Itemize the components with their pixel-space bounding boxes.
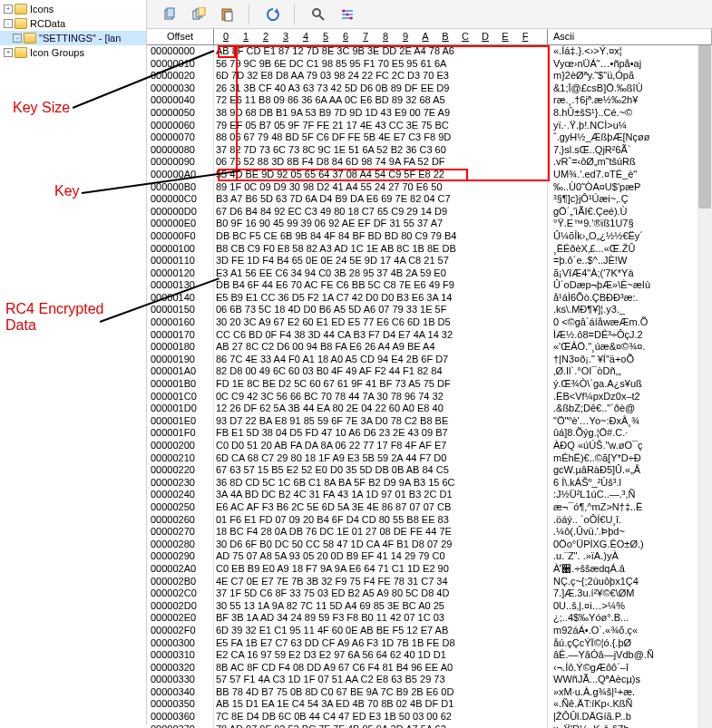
hex-row[interactable]: 000002F06D 39 32 E1 C1 95 11 4F 60 0E AB… xyxy=(147,625,711,637)
tree-toggle-icon[interactable]: - xyxy=(4,19,13,28)
hex-row[interactable]: 00000310E2 CA 16 97 59 E2 D3 E2 97 6A 56… xyxy=(147,649,711,662)
hex-row[interactable]: 000002A0C0 EB B9 E0 A9 18 F7 9A 9A E6 64… xyxy=(147,563,711,576)
scrollbar[interactable] xyxy=(697,45,712,728)
offset-cell: 00000240 xyxy=(147,489,214,501)
hex-row[interactable]: 00000180AB 27 8C C2 D6 00 94 B8 FA E6 26… xyxy=(147,341,711,354)
hex-row[interactable]: 000002D030 55 13 1A 9A 82 7C 11 5D A4 69… xyxy=(147,600,711,613)
hex-row[interactable]: 0000026001 F6 E1 FD 07 09 20 B4 6F D4 CD… xyxy=(147,514,711,527)
hex-row[interactable]: 00000350AB 15 D1 EA 1E C4 54 3A ED 4B 70… xyxy=(147,698,711,711)
ascii-cell: =þ.ô´e..$^..JÈ!W xyxy=(548,255,711,267)
offset-cell: 00000080 xyxy=(147,144,214,157)
offset-cell: 00000210 xyxy=(147,452,214,465)
offset-cell: 00000220 xyxy=(147,464,214,477)
ascii-cell: «'ŒÂÖ."¸úæ&¤©¾¤. xyxy=(548,341,711,354)
hex-row[interactable]: 00000120E3 A1 56 EE C6 34 94 C0 3B 28 95… xyxy=(147,267,711,280)
hex-row[interactable]: 00000170CC C6 BD 0F F4 38 3D 44 CA B3 F7… xyxy=(147,329,711,342)
hex-row[interactable]: 0000009006 76 52 88 3D 8B F4 D8 84 6D 98… xyxy=(147,156,711,169)
hex-row[interactable]: 000001E093 D7 22 BA E8 91 85 59 6F 7E 3A… xyxy=(147,415,711,428)
hex-row[interactable]: 0000006079 EF 05 B7 05 9F 7F FE 21 17 4E… xyxy=(147,120,711,132)
hex-cell: 38 9D 68 DB B1 9A 53 B9 7D 9D 1D 43 E9 0… xyxy=(214,107,548,120)
hex-row[interactable]: 00000250E6 AC AF F3 B6 2C 5E 6D 5A 3E 4E… xyxy=(147,501,711,514)
hex-row[interactable]: 000001F0FB E1 5D 38 04 D5 FD 47 10 A6 D6… xyxy=(147,427,711,440)
hex-row[interactable]: 00000140E5 B9 E1 CC 36 D5 F2 1A C7 42 D0… xyxy=(147,292,711,305)
hex-row[interactable]: 0000015006 6B 73 5C 18 4D D0 B6 A5 5D A6… xyxy=(147,304,711,316)
hex-row[interactable]: 0000005038 9D 68 DB B1 9A 53 B9 7D 9D 1D… xyxy=(147,107,711,120)
svg-point-14 xyxy=(350,16,353,19)
hex-row[interactable]: 000000C0B3 A7 B6 5D 63 7D 6A D4 B9 DA E6… xyxy=(147,193,711,206)
hex-row[interactable]: 000002B04E C7 0E E7 7E 7B 3B 32 F9 75 F4… xyxy=(147,576,711,588)
hex-cell: BB 78 4D B7 75 0B 8D C0 67 BE 9A 7C B9 2… xyxy=(214,686,548,699)
offset-cell: 00000120 xyxy=(147,267,214,280)
ascii-cell: 0 <©gâ`áíåwæÆm.Õ xyxy=(548,316,711,329)
hex-row[interactable]: 000001103D FE 1D F4 B4 65 0E 0E 24 5E 9D… xyxy=(147,255,711,267)
hex-row[interactable]: 000000B089 1F 0C 09 D9 30 98 D2 41 A4 55… xyxy=(147,181,711,194)
toolbar-paste[interactable] xyxy=(219,6,236,23)
hex-cell: 30 55 13 1A 9A 82 7C 11 5D A4 69 85 3E B… xyxy=(214,600,548,613)
ascii-cell: .&ßbZ;Dê€.."`ðè@ xyxy=(548,403,711,415)
hex-row[interactable]: 000002E0BF 3B 1A AD 34 24 89 59 F3 F8 B0… xyxy=(147,612,711,625)
offset-cell: 00000000 xyxy=(147,45,214,58)
hex-row[interactable]: 000002C037 1F 5D C6 8F 33 75 03 ED B2 A5… xyxy=(147,587,711,600)
tree-item[interactable]: +Icons xyxy=(0,2,146,16)
hex-cell: AB 27 8C C2 D6 00 94 B8 FA E6 26 A4 A9 B… xyxy=(214,341,548,354)
hex-row[interactable]: 00000340BB 78 4D B7 75 0B 8D C0 67 BE 9A… xyxy=(147,686,711,699)
tree-toggle-icon[interactable]: - xyxy=(13,34,22,43)
hex-row[interactable]: 0000007088 06 67 79 48 BD 5F C6 DF FE 5B… xyxy=(147,131,711,144)
hex-row[interactable]: 000000E0B0 9F 16 90 45 99 39 06 92 AE EF… xyxy=(147,218,711,230)
hex-row[interactable]: 0000027018 BC F4 28 0A DB 76 DC 1E 01 27… xyxy=(147,526,711,539)
toolbar-refresh[interactable] xyxy=(265,6,281,23)
hex-row[interactable]: 000003208B AC 8F CD F4 08 DD A9 67 C6 F4… xyxy=(147,662,711,675)
toolbar-zoom[interactable] xyxy=(310,6,327,23)
tree-item[interactable]: -RCData xyxy=(0,16,146,31)
tree-toggle-icon[interactable]: + xyxy=(4,5,13,14)
tree-label: RCData xyxy=(30,18,65,29)
hex-row[interactable]: 0000003026 31 3B CF 40 A3 63 73 42 5D D6… xyxy=(147,83,711,95)
annotation-keysize: Key Size xyxy=(13,100,70,116)
ascii-cell: âÊ.—YâÓâ—jVdb@.Ñ xyxy=(548,649,711,662)
hex-row[interactable]: 0000001056 79 9C 9B 6E DC C1 98 85 95 F1… xyxy=(147,58,711,71)
hex-row[interactable]: 00000130DB B4 6F 44 E6 70 AC FE C6 BB 5C… xyxy=(147,279,711,292)
hex-row[interactable]: 00000300E5 FA 1B E7 C7 63 DD CF A9 A6 F3… xyxy=(147,637,711,650)
hex-row[interactable]: 00000290AD 75 07 A8 5A 93 05 20 0D B9 EF… xyxy=(147,550,711,563)
tree-item[interactable]: +Icon Groups xyxy=(0,45,146,60)
hex-row[interactable]: 00000100B8 CB C9 F0 E8 58 82 A3 AD 1C 1E… xyxy=(147,243,711,256)
hex-row[interactable]: 0000033057 57 F1 4A C3 1D 1F 07 51 AA C2… xyxy=(147,674,711,686)
scrollbar-thumb[interactable] xyxy=(698,45,711,209)
ascii-cell: .ks\.MÐ¶¥]¦.y3._ xyxy=(548,304,711,316)
hex-row[interactable]: 0000008037 82 7D 73 6C 73 8C 9C 1E 51 6A… xyxy=(147,144,711,157)
hex-row[interactable]: 000002106D CA 68 C7 29 80 18 1F A9 E3 5B… xyxy=(147,452,711,465)
hex-row[interactable]: 0000019086 7C 4E 33 A4 F0 A1 18 A0 A5 CD… xyxy=(147,354,711,366)
hex-row[interactable]: 000000F0DB BC F5 CE 6B 9B 84 4F 84 BF BD… xyxy=(147,230,711,243)
hex-row[interactable]: 0000028030 D6 6F B0 DC 50 CC 58 47 1D CA… xyxy=(147,539,711,551)
hex-cell: AB 8F CD E1 87 12 7D 8E 3C 9B 3E DD 2E A… xyxy=(214,45,548,58)
ascii-cell: mÊhË)€..©ã[Y*D÷Ð xyxy=(548,452,711,465)
hex-row[interactable]: 000001C00C C9 42 3C 56 66 BC 70 78 44 7A… xyxy=(147,391,711,403)
offset-cell: 00000070 xyxy=(147,131,214,144)
hex-rows[interactable]: 00000000AB 8F CD E1 87 12 7D 8E 3C 9B 3E… xyxy=(147,45,711,728)
offset-cell: 00000150 xyxy=(147,304,214,316)
hex-row[interactable]: 000001B0FD 1E 8C BE D2 5C 60 67 61 9F 41… xyxy=(147,378,711,391)
hex-row[interactable]: 00000200C0 D0 51 20 AB FA DA 8A 06 22 77… xyxy=(147,440,711,452)
hex-row[interactable]: 0000016030 20 3C A9 67 E2 60 E1 ED E5 77… xyxy=(147,316,711,329)
hex-row[interactable]: 000002403A 4A BD DC B2 4C 31 FA 43 1A 1D… xyxy=(147,489,711,501)
hex-row[interactable]: 00000000AB 8F CD E1 87 12 7D 8E 3C 9B 3E… xyxy=(147,45,711,58)
hex-row[interactable]: 0000022067 63 57 15 B5 E2 52 E0 D0 35 5D… xyxy=(147,464,711,477)
tree-toggle-icon[interactable]: + xyxy=(4,48,13,57)
ascii-cell: 7‚}sl.sŒ..QjR²6Ã` xyxy=(548,144,711,157)
hex-row[interactable]: 000001D012 26 DF 62 5A 3B 44 EA 80 2E 04… xyxy=(147,403,711,415)
ascii-cell: gcW.µâRàÐ5]Û.«„Å xyxy=(548,464,711,477)
hex-row[interactable]: 000003607C 8E D4 DB 6C 0B 44 C4 47 ED E3… xyxy=(147,711,711,723)
offset-cell: 00000340 xyxy=(147,686,214,699)
offset-cell: 00000250 xyxy=(147,501,214,514)
hex-row[interactable]: 000001A082 D8 00 49 6C 60 03 B0 4F 49 AF… xyxy=(147,365,711,378)
toolbar-copy[interactable] xyxy=(161,6,178,23)
toolbar-copy-all[interactable] xyxy=(190,6,207,23)
hex-row[interactable]: 0000037078 AD 07 9F 92 52 BC 7F 7F 4B 95… xyxy=(147,723,711,728)
tree-item[interactable]: -"SETTINGS" - [lan xyxy=(0,31,146,45)
toolbar-properties[interactable] xyxy=(339,6,356,23)
hex-row[interactable]: 0000004072 E6 11 B8 09 86 36 6A AA 0C E6… xyxy=(147,94,711,107)
offset-cell: 000000C0 xyxy=(147,193,214,206)
hex-row[interactable]: 000000206D 7D 32 E8 D8 AA 79 03 98 24 22… xyxy=(147,70,711,83)
hex-row[interactable]: 0000023036 8D CD 5C 1C 6B C1 8A BA 5F B2… xyxy=(147,477,711,490)
hex-row[interactable]: 000000D067 D6 B4 84 92 EC C3 49 80 18 C7… xyxy=(147,206,711,218)
